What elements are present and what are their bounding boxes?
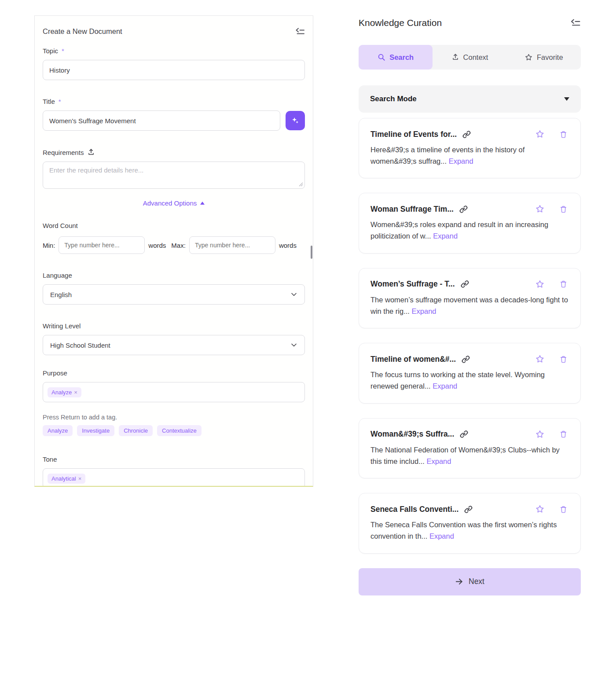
knowledge-card: Women’s Suffrage - T... bbox=[359, 268, 581, 328]
knowledge-card: Timeline of Events for... bbox=[359, 118, 581, 178]
knowledge-card: Seneca Falls Conventi... bbox=[359, 493, 581, 553]
delete-trash-icon[interactable] bbox=[559, 279, 568, 289]
collapse-panel-button[interactable] bbox=[295, 27, 305, 36]
card-header: Seneca Falls Conventi... bbox=[370, 504, 569, 514]
expand-link[interactable]: Expand bbox=[433, 382, 457, 390]
title-input[interactable] bbox=[43, 110, 280, 131]
card-snippet: The focus turns to working at the state … bbox=[370, 369, 569, 392]
search-mode-accordion[interactable]: Search Mode bbox=[359, 85, 581, 113]
link-icon[interactable] bbox=[459, 205, 468, 214]
next-button[interactable]: Next bbox=[359, 568, 581, 595]
card-header: Women’s Suffrage - T... bbox=[370, 279, 569, 289]
title-label-text: Title bbox=[43, 98, 55, 105]
link-icon[interactable] bbox=[464, 505, 473, 514]
star-icon bbox=[524, 53, 533, 62]
collapse-panel-icon bbox=[295, 27, 305, 36]
remove-tag-icon[interactable]: × bbox=[74, 389, 77, 396]
required-asterisk: * bbox=[59, 98, 61, 105]
advanced-options-toggle[interactable]: Advanced Options bbox=[143, 199, 205, 207]
writing-level-label: Writing Level bbox=[43, 322, 305, 330]
language-label: Language bbox=[43, 272, 305, 279]
expand-link[interactable]: Expand bbox=[412, 307, 436, 315]
title-label: Title * bbox=[43, 98, 305, 105]
expand-link[interactable]: Expand bbox=[429, 532, 454, 540]
min-words-input[interactable] bbox=[59, 236, 145, 254]
favorite-star-icon[interactable] bbox=[535, 430, 545, 439]
scrollbar-thumb[interactable] bbox=[311, 246, 312, 259]
delete-trash-icon[interactable] bbox=[559, 505, 568, 514]
next-button-label: Next bbox=[469, 577, 484, 586]
purpose-group: Purpose Analyze × Press Return to add a … bbox=[43, 369, 305, 436]
language-group: Language English bbox=[43, 272, 305, 305]
delete-trash-icon[interactable] bbox=[559, 205, 568, 214]
writing-level-label-text: Writing Level bbox=[43, 322, 81, 330]
link-icon[interactable] bbox=[459, 430, 469, 439]
chevron-down-icon bbox=[290, 291, 297, 298]
delete-trash-icon[interactable] bbox=[559, 130, 568, 139]
remove-tag-icon[interactable]: × bbox=[78, 475, 82, 482]
favorite-star-icon[interactable] bbox=[535, 504, 545, 514]
search-mode-label: Search Mode bbox=[370, 95, 417, 103]
card-title: Timeline of Events for... bbox=[370, 130, 457, 139]
tab-context[interactable]: Context bbox=[433, 45, 506, 70]
collapse-panel-button[interactable] bbox=[570, 18, 581, 27]
card-snippet: The National Federation of Women&#39;s C… bbox=[370, 445, 569, 467]
ai-generate-button[interactable] bbox=[286, 111, 305, 130]
resize-grip-icon[interactable] bbox=[299, 182, 303, 187]
expand-link[interactable]: Expand bbox=[426, 457, 451, 465]
upload-icon[interactable] bbox=[87, 148, 95, 156]
word-count-group: Word Count Min: words Max: words bbox=[43, 222, 305, 254]
writing-level-selected-value: High School Student bbox=[50, 342, 110, 349]
min-unit-label: words bbox=[148, 242, 166, 249]
word-count-label-text: Word Count bbox=[43, 222, 78, 229]
purpose-label: Purpose bbox=[43, 369, 305, 377]
snippet-text: The National Federation of Women&#39;s C… bbox=[370, 446, 560, 465]
favorite-star-icon[interactable] bbox=[535, 354, 545, 364]
snippet-text: The Seneca Falls Convention was the firs… bbox=[370, 521, 557, 540]
card-title: Timeline of women&#... bbox=[370, 355, 456, 364]
topic-label-text: Topic bbox=[43, 47, 58, 55]
tab-label: Favorite bbox=[537, 53, 563, 62]
tab-bar: Search Context Favorite bbox=[359, 45, 581, 70]
create-document-header: Create a New Document bbox=[43, 27, 305, 36]
card-title: Women’s Suffrage - T... bbox=[370, 279, 455, 289]
tab-search[interactable]: Search bbox=[359, 45, 433, 70]
delete-trash-icon[interactable] bbox=[559, 430, 568, 439]
favorite-star-icon[interactable] bbox=[535, 204, 545, 214]
suggested-tag[interactable]: Investigate bbox=[77, 425, 114, 436]
expand-link[interactable]: Expand bbox=[433, 232, 458, 240]
card-snippet: Here&#39;s a timeline of events in the h… bbox=[370, 144, 569, 167]
suggested-tag[interactable]: Contextualize bbox=[157, 425, 202, 436]
tone-label-text: Tone bbox=[43, 456, 57, 463]
requirements-field-group: Requirements bbox=[43, 148, 305, 189]
max-words-input[interactable] bbox=[189, 236, 275, 254]
results-list: Timeline of Events for... bbox=[359, 118, 581, 554]
tab-favorite[interactable]: Favorite bbox=[507, 45, 581, 70]
collapse-arrow-icon bbox=[200, 202, 205, 205]
link-icon[interactable] bbox=[461, 355, 470, 364]
sparkles-icon bbox=[290, 116, 300, 125]
expand-link[interactable]: Expand bbox=[449, 157, 473, 165]
delete-trash-icon[interactable] bbox=[559, 355, 568, 364]
requirements-textarea[interactable] bbox=[43, 162, 305, 189]
snippet-text: Here&#39;s a timeline of events in the h… bbox=[370, 146, 524, 165]
snippet-text: The women’s suffrage movement was a deca… bbox=[370, 296, 568, 315]
knowledge-card: Woman Suffrage Tim... bbox=[359, 193, 581, 253]
purpose-tag-input[interactable]: Analyze × bbox=[43, 382, 305, 402]
link-icon[interactable] bbox=[460, 279, 469, 289]
suggested-tag[interactable]: Chronicle bbox=[119, 425, 153, 436]
link-icon[interactable] bbox=[462, 130, 471, 139]
topic-input[interactable] bbox=[43, 60, 305, 80]
favorite-star-icon[interactable] bbox=[535, 279, 545, 289]
writing-level-select[interactable]: High School Student bbox=[43, 335, 305, 355]
favorite-star-icon[interactable] bbox=[535, 129, 545, 139]
create-document-panel: Create a New Document Topic * Title * bbox=[34, 15, 313, 487]
topic-field-group: Topic * bbox=[43, 47, 305, 80]
suggested-tag[interactable]: Analyze bbox=[43, 425, 73, 436]
language-select[interactable]: English bbox=[43, 284, 305, 305]
tone-tag-input[interactable]: Analytical × bbox=[43, 468, 305, 487]
snippet-text: Women&#39;s roles expand and result in a… bbox=[370, 220, 548, 240]
max-label: Max: bbox=[171, 242, 186, 249]
card-header: Timeline of women&#... bbox=[370, 354, 569, 364]
card-snippet: The Seneca Falls Convention was the firs… bbox=[370, 519, 569, 542]
